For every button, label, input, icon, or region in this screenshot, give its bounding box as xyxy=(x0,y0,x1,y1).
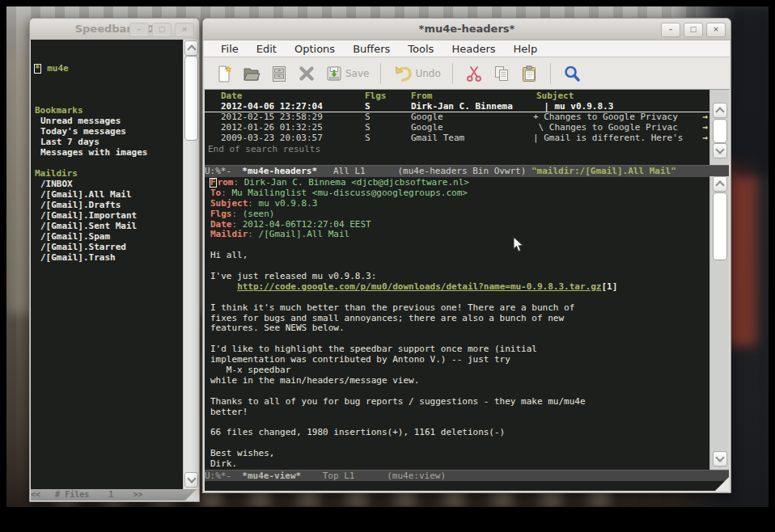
header-row-date: 2012-04-06 12:27:04 xyxy=(221,101,323,112)
speedbar-scroll-thumb[interactable] xyxy=(184,56,198,141)
close-buffer-button[interactable] xyxy=(296,63,317,84)
menu-edit[interactable]: Edit xyxy=(248,43,286,55)
speedbar-status-right[interactable]: >> xyxy=(133,490,142,499)
body-line: while in the main/headers/message view. xyxy=(210,376,710,386)
speedbar-resize-grip[interactable] xyxy=(185,489,198,500)
cut-scissors-icon xyxy=(464,64,484,83)
headers-scroll-up-button[interactable] xyxy=(713,103,727,118)
search-button[interactable] xyxy=(561,63,582,84)
speedbar-status-count: 1 xyxy=(89,490,133,499)
message-field-label: Subject xyxy=(210,198,248,209)
toolbar-separator xyxy=(380,63,381,84)
speedbar-close-button[interactable]: × xyxy=(175,23,194,37)
view-scroll-thumb[interactable] xyxy=(713,192,727,260)
paste-button[interactable] xyxy=(519,63,540,84)
modeline-buffer-name: *mu4e-headers* xyxy=(242,166,317,176)
view-scroll-down-button[interactable] xyxy=(713,451,727,467)
header-row[interactable]: 2012-01-26 01:32:25SGoogle \ Changes to … xyxy=(205,122,710,133)
toolbar: Save Undo xyxy=(204,57,730,90)
emacs-maximize-button[interactable]: □ xyxy=(684,23,703,37)
speedbar-item[interactable]: /[Gmail].Drafts xyxy=(35,200,183,210)
file-cabinet-icon xyxy=(269,64,289,83)
message-field-value: Mu Mailinglist <mu-discuss@googlegroups.… xyxy=(232,188,468,198)
headers-scroll-thumb[interactable] xyxy=(713,119,727,143)
speedbar-minimize-button[interactable]: – xyxy=(129,23,149,37)
message-field-label: Flgs xyxy=(210,209,232,219)
body-line: features. See NEWS below. xyxy=(210,323,710,334)
emacs-minimize-button[interactable]: – xyxy=(661,23,680,37)
save-button[interactable]: Save xyxy=(324,63,370,84)
headers-footer: End of search results xyxy=(208,144,710,154)
open-file-button[interactable] xyxy=(241,63,262,84)
header-row-date: 2009-03-23 20:03:57 xyxy=(221,133,323,143)
mouse-cursor-icon xyxy=(513,236,524,256)
new-file-button[interactable] xyxy=(214,63,235,84)
column-subject: Subject xyxy=(536,91,574,101)
menu-tools[interactable]: Tools xyxy=(399,43,443,55)
speedbar-item[interactable]: Last 7 days xyxy=(35,137,183,147)
message-field-value: /[Gmail].All Mail xyxy=(259,229,350,239)
menu-file[interactable]: File xyxy=(212,43,248,55)
speedbar-root-label[interactable]: mu4e xyxy=(47,63,69,74)
message-field: Maildir: /[Gmail].All Mail xyxy=(210,230,710,240)
speedbar-item[interactable]: /[Gmail].Spam xyxy=(35,231,183,242)
headers-column-row: Date Flgs From Subject xyxy=(205,91,710,101)
body-line: Dirk. xyxy=(210,459,710,470)
menu-headers[interactable]: Headers xyxy=(443,43,504,55)
speedbar-statusbar: << # Files 1 >> xyxy=(31,489,198,500)
menu-buffers[interactable]: Buffers xyxy=(344,43,399,55)
speedbar-status-files-label: # Files xyxy=(55,490,89,499)
save-icon xyxy=(324,64,344,83)
header-row[interactable]: 2012-02-15 23:58:29SGoogle+ Changes to G… xyxy=(205,112,710,122)
speedbar-item[interactable]: Messages with images xyxy=(35,147,183,158)
speedbar-item[interactable]: /[Gmail].Important xyxy=(35,210,183,221)
header-row[interactable]: 2009-03-23 20:03:57SGmail Team| Gmail is… xyxy=(205,133,710,143)
speedbar-item[interactable]: /[Gmail].Trash xyxy=(35,252,183,263)
message-field-label: Date xyxy=(210,219,232,230)
copy-button[interactable] xyxy=(491,63,512,84)
message-link[interactable]: http://code.google.com/p/mu0/downloads/d… xyxy=(237,281,601,292)
mu4e-headers-pane: Date Flgs From Subject 2012-04-06 12:27:… xyxy=(205,90,710,165)
speedbar-root-item[interactable]: * mu4e xyxy=(35,63,183,74)
header-row-from: Google xyxy=(411,112,443,122)
speedbar-maximize-button[interactable]: □ xyxy=(152,23,172,37)
close-x-icon xyxy=(297,64,316,83)
menu-help[interactable]: Help xyxy=(505,43,547,55)
speedbar-item[interactable]: /[Gmail].Starred xyxy=(35,242,183,252)
speedbar-item[interactable]: /INBOX xyxy=(35,179,183,189)
header-row-subject: | Gmail is different. Here's xyxy=(533,133,683,143)
speedbar-scrollbar[interactable] xyxy=(183,40,198,489)
speedbar-item[interactable]: /[Gmail].All Mail xyxy=(35,189,183,200)
header-row-subject: | mu v0.9.8.3 xyxy=(533,101,613,112)
speedbar-scroll-up-button[interactable] xyxy=(184,40,198,56)
dired-button[interactable] xyxy=(269,63,290,84)
speedbar-status-left[interactable]: << xyxy=(31,490,55,499)
view-scroll-up-button[interactable] xyxy=(713,176,727,192)
emacs-close-button[interactable]: × xyxy=(706,23,726,37)
toolbar-separator xyxy=(550,63,551,84)
speedbar-titlebar[interactable]: Speedbar 1.0 – □ × xyxy=(30,19,199,40)
echo-area[interactable] xyxy=(205,481,729,491)
header-row-date: 2012-02-15 23:58:29 xyxy=(221,112,323,122)
headers-scrollbar[interactable] xyxy=(709,90,729,165)
emacs-resize-grip[interactable] xyxy=(715,477,729,491)
header-row-flags: S xyxy=(365,112,371,122)
header-row[interactable]: 2012-04-06 12:27:04SDirk-Jan C. Binnema … xyxy=(205,101,710,112)
speedbar-item[interactable]: /[Gmail].Sent Mail xyxy=(35,221,183,231)
link-footnote-ref: [1] xyxy=(601,281,617,292)
undo-button-label: Undo xyxy=(415,68,440,79)
speedbar-scroll-down-button[interactable] xyxy=(184,472,198,488)
speedbar-item[interactable]: Unread messages xyxy=(35,116,183,126)
cut-button[interactable] xyxy=(464,63,485,84)
speedbar-item[interactable]: Today's messages xyxy=(35,126,183,137)
view-scrollbar[interactable] xyxy=(709,176,729,470)
body-line: http://code.google.com/p/mu0/downloads/d… xyxy=(210,282,710,293)
headers-scroll-down-button[interactable] xyxy=(713,143,727,158)
emacs-titlebar[interactable]: *mu4e-headers* – □ × xyxy=(203,19,731,40)
copy-icon xyxy=(492,64,511,83)
menu-options[interactable]: Options xyxy=(286,43,344,55)
column-from: From xyxy=(411,91,433,101)
message-field-value: 2012-04-06T12:27:04 EEST xyxy=(243,219,371,230)
body-line: Thanks to all of you for bug reports / s… xyxy=(210,397,710,407)
undo-button[interactable]: Undo xyxy=(392,63,441,84)
